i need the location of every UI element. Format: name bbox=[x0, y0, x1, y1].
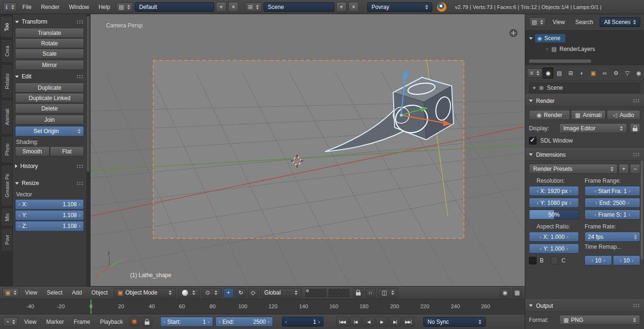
tab-animation[interactable]: Animati bbox=[1, 100, 12, 135]
duplicate-linked-button[interactable]: Duplicate Linked bbox=[15, 93, 84, 103]
spinner-left-icon[interactable]: ‹ bbox=[18, 212, 20, 218]
timeline-ruler[interactable]: -40 -20 0 20 40 60 80 100 120 140 160 18… bbox=[0, 299, 525, 314]
tab-tools[interactable]: Too bbox=[0, 16, 12, 38]
scene-browse-button[interactable]: ⊞ bbox=[245, 2, 262, 12]
menu-help[interactable]: Help bbox=[95, 4, 114, 10]
spinner-left-icon[interactable]: ‹ bbox=[164, 319, 165, 325]
play-reverse-button[interactable]: ◀ bbox=[363, 317, 375, 327]
current-frame-marker[interactable] bbox=[91, 299, 91, 314]
spinner-left-icon[interactable]: ‹ bbox=[219, 319, 221, 325]
tab-physics[interactable]: Physi bbox=[1, 136, 12, 163]
fps-dropdown[interactable]: 24 fps bbox=[585, 232, 640, 242]
spinner-right-icon[interactable]: › bbox=[79, 202, 81, 207]
layout-add-button[interactable]: + bbox=[216, 2, 226, 12]
resolution-y-field[interactable]: ‹ Y: 1080 px › bbox=[529, 198, 579, 208]
render-image-button[interactable]: ◉ Render bbox=[529, 110, 570, 120]
editor-type-outliner-button[interactable]: ▤ bbox=[529, 17, 546, 27]
border-checkbox[interactable] bbox=[529, 257, 537, 264]
history-panel-header[interactable]: History bbox=[15, 161, 84, 171]
opengl-render-image-button[interactable]: ◉ bbox=[500, 288, 510, 298]
render-animation-button[interactable]: ▦ Animati bbox=[571, 110, 606, 120]
time-remap-old-field[interactable]: ‹ 10 › bbox=[585, 255, 612, 265]
format-dropdown[interactable]: ▦ PNG bbox=[559, 315, 640, 325]
scale-button[interactable]: Scale bbox=[15, 49, 84, 59]
set-origin-dropdown[interactable]: Set Origin bbox=[15, 126, 84, 136]
render-panel-header[interactable]: Render bbox=[525, 94, 644, 107]
sdl-window-checkbox[interactable] bbox=[529, 137, 537, 144]
next-keyframe-button[interactable]: ▶| bbox=[389, 317, 401, 327]
crop-checkbox[interactable] bbox=[551, 257, 558, 264]
menu-render[interactable]: Render bbox=[37, 4, 63, 10]
panel-grip-icon[interactable] bbox=[76, 164, 84, 169]
jump-to-end-button[interactable]: ▶▶| bbox=[402, 317, 414, 327]
scene-dropdown[interactable]: Scene bbox=[264, 2, 334, 12]
start-frame-field[interactable]: ‹ Start: 1 › bbox=[160, 317, 213, 327]
panel-grip-icon[interactable] bbox=[633, 304, 640, 308]
current-frame-field[interactable]: ‹ 1 › bbox=[282, 317, 323, 327]
panel-grip-icon[interactable] bbox=[76, 20, 84, 24]
manipulator-rotate-toggle[interactable]: ↻ bbox=[236, 288, 246, 298]
menu-select[interactable]: Select bbox=[43, 289, 66, 296]
menu-playback[interactable]: Playback bbox=[96, 319, 127, 325]
jump-to-start-button[interactable]: |◀◀ bbox=[336, 317, 348, 327]
output-panel-header[interactable]: Output bbox=[525, 299, 644, 312]
menu-view[interactable]: View bbox=[21, 289, 41, 296]
layout-delete-button[interactable]: × bbox=[228, 2, 239, 12]
tab-modifiers[interactable]: ⚙ bbox=[611, 67, 621, 79]
menu-view[interactable]: View bbox=[20, 319, 40, 325]
auto-keyframe-button[interactable] bbox=[129, 317, 140, 327]
outliner-tree[interactable]: ◉ Scene ○ ▤ RenderLayers bbox=[525, 30, 644, 65]
delete-button[interactable]: Delete bbox=[15, 103, 84, 113]
tab-relations[interactable]: Relatio bbox=[1, 64, 12, 98]
outliner-row-scene[interactable]: ◉ Scene bbox=[529, 34, 565, 42]
smooth-button[interactable]: Smooth bbox=[15, 146, 50, 156]
spinner-right-icon[interactable]: › bbox=[208, 319, 210, 325]
orientation-dropdown[interactable]: Global bbox=[260, 288, 302, 298]
frame-end-field[interactable]: ‹ End: 2500 › bbox=[585, 198, 640, 208]
spinner-left-icon[interactable]: ‹ bbox=[285, 319, 287, 325]
resize-y-field[interactable]: ‹ Y: 1.108 › bbox=[15, 210, 84, 220]
editor-type-properties-button[interactable]: ≡ bbox=[527, 68, 542, 78]
viewport-canvas[interactable]: z y x Camera Persp (1) Lathe_shape bbox=[91, 14, 525, 286]
manipulator-scale-toggle[interactable]: ◇ bbox=[248, 288, 258, 298]
frame-step-field[interactable]: ‹ Frame S: 1 › bbox=[585, 210, 640, 219]
spinner-left-icon[interactable]: ‹ bbox=[18, 202, 20, 207]
spinner-right-icon[interactable]: › bbox=[79, 212, 81, 218]
edit-panel-header[interactable]: Edit bbox=[15, 71, 84, 82]
resolution-percentage-slider[interactable]: 50% bbox=[529, 210, 579, 219]
expand-triangle-icon[interactable] bbox=[529, 37, 533, 40]
manipulator-translate-toggle[interactable]: + bbox=[223, 288, 234, 298]
tab-world[interactable]: ◐ bbox=[577, 67, 587, 79]
scene-delete-button[interactable]: × bbox=[348, 2, 359, 12]
duplicate-button[interactable]: Duplicate bbox=[15, 83, 84, 93]
panel-grip-icon[interactable] bbox=[633, 152, 640, 157]
keying-lock-button[interactable] bbox=[142, 317, 152, 327]
opengl-render-anim-button[interactable]: ▦ bbox=[512, 288, 522, 298]
outliner-hscrollbar[interactable] bbox=[529, 59, 591, 63]
dimensions-panel-header[interactable]: Dimensions bbox=[525, 148, 644, 161]
mode-dropdown[interactable]: ▣ Object Mode bbox=[114, 288, 176, 298]
tab-data[interactable]: ▽ bbox=[622, 67, 633, 79]
layers-widget[interactable] bbox=[305, 289, 349, 297]
menu-search[interactable]: Search bbox=[571, 19, 597, 25]
mirror-button[interactable]: Mirror bbox=[15, 60, 84, 70]
menu-object[interactable]: Object bbox=[88, 289, 112, 296]
snap-element-dropdown[interactable]: ◫ bbox=[378, 288, 398, 298]
pin-icon[interactable]: ⌖ bbox=[533, 85, 536, 91]
snap-magnet-toggle[interactable]: ∩ bbox=[365, 288, 376, 298]
prev-keyframe-button[interactable]: |◀ bbox=[349, 317, 362, 327]
panel-grip-icon[interactable] bbox=[76, 75, 84, 79]
layout-browse-button[interactable]: ▤ bbox=[116, 2, 133, 12]
join-button[interactable]: Join bbox=[15, 115, 84, 125]
tab-material[interactable]: ◉ bbox=[633, 67, 644, 79]
menu-add[interactable]: Add bbox=[68, 289, 86, 296]
frame-start-field[interactable]: ‹ Start Fra: 1 › bbox=[585, 186, 640, 196]
panel-grip-icon[interactable] bbox=[633, 99, 640, 103]
outliner-row-renderlayers[interactable]: ○ ▤ RenderLayers bbox=[546, 46, 595, 52]
time-remap-new-field[interactable]: ‹ 10 › bbox=[613, 255, 640, 265]
resolution-x-field[interactable]: ‹ X: 1920 px › bbox=[529, 186, 579, 196]
preset-add-button[interactable]: + bbox=[619, 164, 629, 174]
tab-povray[interactable]: Povr bbox=[1, 228, 12, 252]
outliner-filter-dropdown[interactable]: All Scenes bbox=[600, 17, 640, 27]
resize-z-field[interactable]: ‹ Z: 1.108 › bbox=[15, 221, 84, 231]
